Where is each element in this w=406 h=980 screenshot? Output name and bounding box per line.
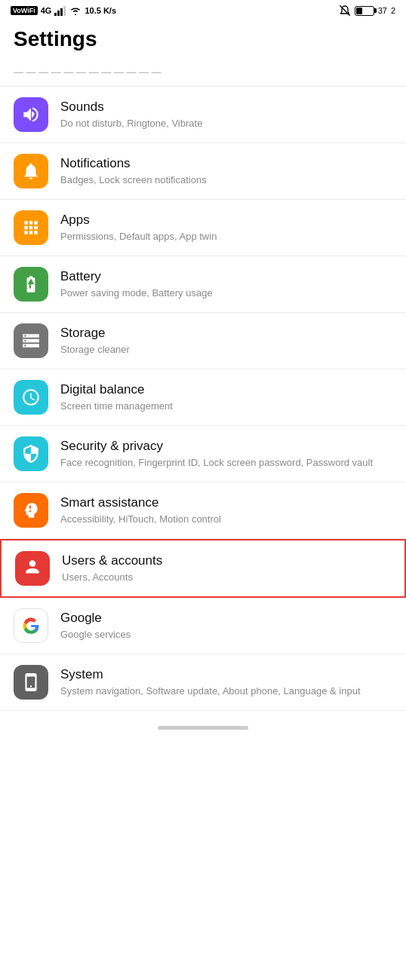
storage-icon-wrap (14, 323, 48, 358)
settings-item-battery[interactable]: Battery Power saving mode, Battery usage (0, 256, 406, 313)
sounds-icon-wrap (14, 97, 48, 132)
svg-rect-2 (60, 8, 63, 16)
storage-title: Storage (60, 325, 392, 341)
settings-item-security[interactable]: Security & privacy Face recognition, Fin… (0, 426, 406, 482)
system-title: System (60, 666, 392, 683)
system-text: System System navigation, Software updat… (60, 666, 392, 698)
smart-assistance-title: Smart assistance (60, 495, 392, 511)
smart-assistance-icon-wrap (14, 493, 48, 528)
settings-item-notifications[interactable]: Notifications Badges, Lock screen notifi… (0, 143, 406, 200)
home-indicator[interactable] (0, 711, 406, 742)
google-icon (21, 616, 41, 635)
svg-rect-0 (54, 13, 57, 16)
battery-text: Battery Power saving mode, Battery usage (60, 268, 392, 300)
partial-item: — — — — — — — — — — — — (0, 57, 406, 87)
security-icon (21, 444, 41, 464)
smart-assistance-subtitle: Accessibility, HiTouch, Motion control (60, 513, 392, 526)
security-title: Security & privacy (60, 438, 392, 455)
apps-icon (21, 218, 41, 237)
users-accounts-subtitle: Users, Accounts (62, 571, 391, 584)
bell-muted-icon (339, 5, 351, 17)
notifications-subtitle: Badges, Lock screen notifications (60, 173, 392, 187)
settings-item-users-accounts[interactable]: Users & accounts Users, Accounts (0, 539, 406, 598)
svg-rect-1 (57, 11, 60, 16)
signal-icon (54, 5, 66, 16)
google-icon-wrap (14, 608, 48, 643)
svg-rect-3 (63, 6, 66, 16)
status-bar: VoWiFi 4G 10.5 K/s 37 2 (0, 0, 406, 20)
settings-item-smart-assistance[interactable]: Smart assistance Accessibility, HiTouch,… (0, 482, 406, 539)
notifications-title: Notifications (60, 155, 392, 172)
storage-subtitle: Storage cleaner (60, 343, 392, 357)
settings-item-storage[interactable]: Storage Storage cleaner (0, 313, 406, 369)
security-subtitle: Face recognition, Fingerprint ID, Lock s… (60, 456, 392, 470)
users-accounts-icon-wrap (15, 551, 50, 586)
settings-item-apps[interactable]: Apps Permissions, Default apps, App twin (0, 200, 406, 256)
battery-subtitle: Power saving mode, Battery usage (60, 286, 392, 300)
sounds-subtitle: Do not disturb, Ringtone, Vibrate (60, 117, 392, 130)
signal-label: 4G (41, 6, 52, 15)
status-right: 37 2 (339, 5, 395, 17)
smart-assistance-icon (21, 501, 41, 520)
apps-text: Apps Permissions, Default apps, App twin (60, 212, 392, 243)
status-left: VoWiFi 4G 10.5 K/s (11, 5, 116, 16)
battery-title: Battery (60, 268, 392, 285)
google-text: Google Google services (60, 610, 392, 642)
smart-assistance-text: Smart assistance Accessibility, HiTouch,… (60, 495, 392, 526)
notifications-text: Notifications Badges, Lock screen notifi… (60, 155, 392, 187)
google-subtitle: Google services (60, 628, 392, 642)
google-title: Google (60, 610, 392, 626)
digital-balance-subtitle: Screen time management (60, 400, 392, 413)
partial-text: — — — — — — — — — — — — (14, 66, 161, 78)
apps-title: Apps (60, 212, 392, 228)
settings-item-system[interactable]: System System navigation, Software updat… (0, 654, 406, 711)
wifi-icon (69, 5, 82, 16)
apps-icon-wrap (14, 210, 48, 245)
sounds-icon (21, 105, 41, 124)
settings-item-digital-balance[interactable]: Digital balance Screen time management (0, 369, 406, 426)
system-icon-wrap (14, 665, 48, 700)
notifications-icon (21, 161, 41, 181)
digital-balance-title: Digital balance (60, 381, 392, 398)
system-subtitle: System navigation, Software update, Abou… (60, 684, 392, 698)
digital-balance-icon-wrap (14, 380, 48, 415)
home-bar (158, 726, 248, 730)
battery-settings-icon (21, 274, 41, 294)
sounds-text: Sounds Do not disturb, Ringtone, Vibrate (60, 99, 392, 130)
settings-item-sounds[interactable]: Sounds Do not disturb, Ringtone, Vibrate (0, 87, 406, 143)
storage-icon (21, 331, 41, 351)
security-text: Security & privacy Face recognition, Fin… (60, 438, 392, 470)
users-accounts-title: Users & accounts (62, 553, 391, 569)
battery-pct: 37 (378, 6, 387, 15)
battery-icon (355, 6, 374, 16)
settings-item-google[interactable]: Google Google services (0, 598, 406, 654)
vowifi-label: VoWiFi (11, 6, 38, 15)
digital-balance-text: Digital balance Screen time management (60, 381, 392, 413)
users-accounts-text: Users & accounts Users, Accounts (62, 553, 391, 584)
page-title: Settings (0, 20, 406, 57)
apps-subtitle: Permissions, Default apps, App twin (60, 230, 392, 243)
sounds-title: Sounds (60, 99, 392, 115)
battery-icon-wrap (14, 267, 48, 302)
notifications-icon-wrap (14, 154, 48, 188)
storage-text: Storage Storage cleaner (60, 325, 392, 357)
speed-label: 10.5 K/s (85, 6, 116, 15)
digital-balance-icon (21, 387, 41, 407)
settings-list: Sounds Do not disturb, Ringtone, Vibrate… (0, 87, 406, 711)
users-accounts-icon (23, 559, 42, 578)
security-icon-wrap (14, 436, 48, 471)
system-icon (21, 672, 41, 692)
signal-strength: 2 (391, 6, 395, 15)
